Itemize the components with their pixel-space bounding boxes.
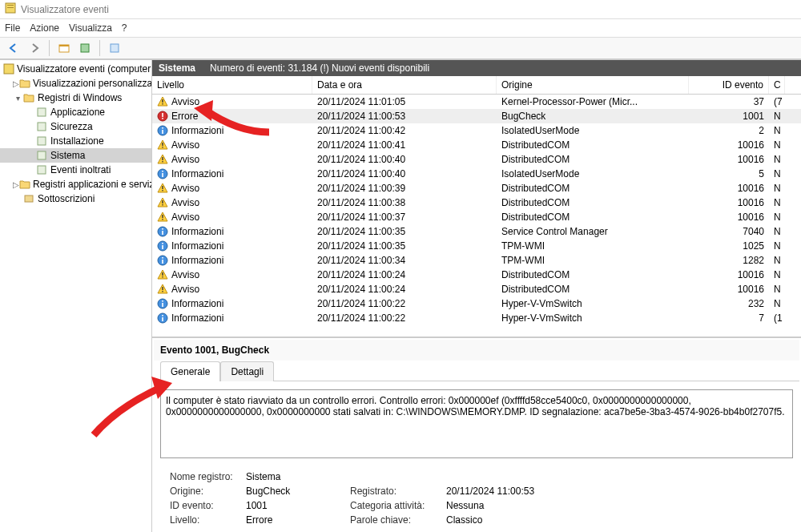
tree-windows-logs[interactable]: ▾ Registri di Windows (0, 91, 151, 105)
tree-system[interactable]: Sistema (0, 148, 151, 163)
tree-security[interactable]: Sicurezza (0, 119, 151, 134)
svg-rect-47 (162, 291, 163, 292)
menu-view[interactable]: Visualizza (69, 22, 112, 34)
table-row[interactable]: Informazioni20/11/2024 11:00:40IsolatedU… (152, 167, 801, 181)
cell-id: 7040 (689, 226, 769, 237)
col-date[interactable]: Data e ora (312, 76, 497, 94)
tab-details[interactable]: Dettagli (220, 361, 274, 381)
info-icon (157, 125, 168, 136)
detail-tabs: Generale Dettagli (160, 361, 799, 381)
info-icon (157, 312, 168, 324)
table-row[interactable]: Avviso20/11/2024 11:00:41DistributedCOM1… (152, 138, 801, 152)
table-row[interactable]: Informazioni20/11/2024 11:00:42IsolatedU… (152, 123, 801, 138)
table-row[interactable]: Avviso20/11/2024 11:00:40DistributedCOM1… (152, 152, 801, 167)
log-icon (35, 149, 48, 162)
cell-origin: DistributedCOM (497, 183, 689, 194)
menu-action[interactable]: Azione (30, 22, 59, 34)
cell-id: 10016 (689, 284, 769, 295)
toolbar-help-button[interactable] (106, 39, 123, 57)
warn-icon (157, 269, 168, 280)
svg-rect-20 (162, 130, 163, 134)
tree-custom-views[interactable]: ▷ Visualizzazioni personalizzate (0, 76, 151, 91)
svg-rect-49 (162, 303, 163, 307)
tree-installation[interactable]: Installazione (0, 134, 151, 148)
toolbar-properties-button[interactable] (55, 39, 73, 57)
tree-root[interactable]: Visualizzatore eventi (computer l (0, 62, 151, 76)
cell-id: 10016 (689, 212, 769, 223)
tree-forwarded[interactable]: Eventi inoltrati (0, 163, 151, 177)
table-row[interactable]: Informazioni20/11/2024 11:00:34TPM-WMI12… (152, 253, 801, 268)
cell-id: 1025 (689, 240, 769, 252)
table-row[interactable]: Avviso20/11/2024 11:00:39DistributedCOM1… (152, 181, 801, 195)
table-row[interactable]: Informazioni20/11/2024 11:00:35Service C… (152, 224, 801, 239)
svg-rect-34 (162, 219, 163, 220)
svg-rect-36 (162, 231, 163, 235)
cell-cat: N (769, 226, 785, 237)
svg-rect-33 (162, 215, 163, 218)
tree-app-services[interactable]: ▷ Registri applicazioni e servizi (0, 177, 151, 191)
table-row[interactable]: Avviso20/11/2024 11:00:37DistributedCOM1… (152, 210, 801, 224)
tree-label: Registri applicazioni e servizi (33, 179, 152, 190)
cell-cat: N (769, 298, 785, 309)
table-row[interactable]: Avviso20/11/2024 11:01:05Kernel-Processo… (152, 95, 801, 109)
cell-id: 1282 (689, 255, 769, 266)
error-icon (157, 111, 168, 122)
warn-icon (157, 284, 168, 295)
svg-rect-7 (4, 64, 14, 74)
table-row[interactable]: Errore20/11/2024 11:00:53BugCheck1001N (152, 109, 801, 123)
cell-date: 20/11/2024 11:00:35 (312, 240, 497, 252)
cell-date: 20/11/2024 11:00:37 (312, 212, 497, 223)
cell-date: 20/11/2024 11:00:41 (312, 139, 497, 151)
table-row[interactable]: Avviso20/11/2024 11:00:24DistributedCOM1… (152, 268, 801, 282)
cell-date: 20/11/2024 11:00:38 (312, 197, 497, 208)
table-row[interactable]: Informazioni20/11/2024 11:00:22Hyper-V-V… (152, 296, 801, 311)
cell-date: 20/11/2024 11:00:34 (312, 255, 497, 266)
cell-origin: TPM-WMI (497, 240, 689, 252)
table-row[interactable]: Informazioni20/11/2024 11:00:35TPM-WMI10… (152, 239, 801, 253)
tree-subscriptions[interactable]: Sottoscrizioni (0, 191, 151, 206)
expand-icon[interactable]: ▷ (13, 79, 19, 88)
cell-origin: Hyper-V-VmSwitch (497, 298, 689, 309)
cell-date: 20/11/2024 11:00:40 (312, 168, 497, 179)
col-id[interactable]: ID evento (689, 76, 769, 94)
svg-rect-6 (111, 44, 119, 52)
lbl-level: Livello: (170, 514, 246, 526)
detail-message: Il computer è stato riavviato da un cont… (160, 389, 793, 458)
table-row[interactable]: Avviso20/11/2024 11:00:38DistributedCOM1… (152, 195, 801, 210)
cell-cat: N (769, 255, 785, 266)
back-button[interactable] (5, 39, 22, 57)
col-origin[interactable]: Origine (497, 76, 689, 94)
cell-origin: DistributedCOM (497, 154, 689, 165)
table-row[interactable]: Avviso20/11/2024 11:00:24DistributedCOM1… (152, 282, 801, 296)
tree-label: Sistema (50, 150, 85, 161)
tree-application[interactable]: Applicazione (0, 105, 151, 119)
folder-open-icon (22, 91, 35, 104)
warn-icon (157, 212, 168, 223)
log-icon (35, 163, 48, 176)
toolbar (0, 37, 801, 59)
forward-button[interactable] (26, 39, 43, 57)
val-registered: 20/11/2024 11:00:53 (446, 486, 606, 497)
warn-icon (157, 139, 168, 151)
subscriptions-icon (22, 192, 35, 205)
svg-rect-11 (38, 151, 46, 159)
event-grid[interactable]: Avviso20/11/2024 11:01:05Kernel-Processo… (152, 95, 801, 337)
expand-icon[interactable]: ▷ (13, 180, 19, 189)
toolbar-refresh-button[interactable] (76, 39, 94, 57)
table-row[interactable]: Informazioni20/11/2024 11:00:22Hyper-V-V… (152, 311, 801, 325)
collapse-icon[interactable]: ▾ (13, 94, 22, 103)
cell-cat: N (769, 197, 785, 208)
lbl-category: Categoria attività: (350, 500, 446, 511)
menu-help[interactable]: ? (122, 22, 127, 34)
menu-file[interactable]: File (5, 22, 20, 34)
col-level[interactable]: Livello (152, 76, 312, 94)
tab-general[interactable]: Generale (160, 361, 220, 381)
cell-id: 10016 (689, 154, 769, 165)
col-cat[interactable]: C (769, 76, 785, 94)
level-text: Avviso (171, 139, 199, 151)
level-text: Informazioni (171, 255, 223, 266)
folder-icon (19, 77, 30, 90)
navigation-tree[interactable]: Visualizzatore eventi (computer l ▷ Visu… (0, 59, 152, 532)
detail-pane: Evento 1001, BugCheck Generale Dettagli … (152, 337, 801, 532)
cell-origin: IsolatedUserMode (497, 125, 689, 136)
